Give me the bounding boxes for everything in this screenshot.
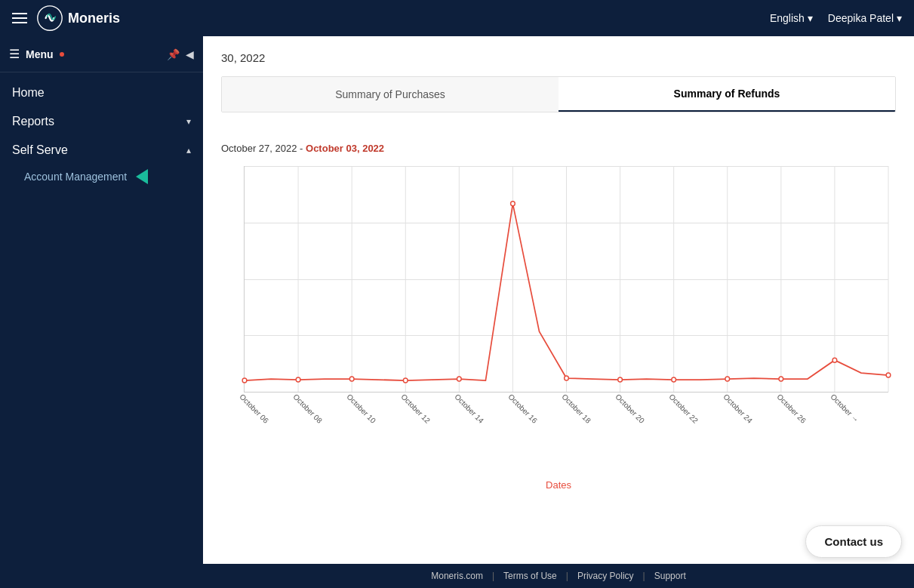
svg-point-24 <box>832 358 837 362</box>
x-label-oct10: October 10 <box>345 393 377 425</box>
svg-point-25 <box>886 373 891 377</box>
svg-point-19 <box>565 376 569 380</box>
contact-us-button[interactable]: Contact us <box>805 525 902 558</box>
svg-point-14 <box>296 377 300 382</box>
svg-point-17 <box>457 377 461 381</box>
x-label-oct08: October 08 <box>291 393 324 425</box>
sidebar-item-self-serve[interactable]: Self Serve ▴ <box>0 136 203 165</box>
brand-name: Moneris <box>68 11 120 26</box>
x-axis-labels: October 06 October 08 October 10 October… <box>244 393 888 442</box>
content-inner: 30, 2022 Summary of Purchases Summary of… <box>203 36 914 588</box>
chart-date-range: October 27, 2022 - October 03, 2022 <box>221 143 896 154</box>
svg-point-16 <box>403 378 408 383</box>
brand-logo: Moneris <box>36 5 120 32</box>
hamburger-icon: ☰ <box>9 47 20 61</box>
x-axis-title: Dates <box>221 479 896 491</box>
svg-point-21 <box>672 377 676 382</box>
reports-chevron: ▾ <box>186 116 191 127</box>
tab-refunds[interactable]: Summary of Refunds <box>559 77 895 112</box>
self-serve-chevron: ▴ <box>186 145 191 155</box>
footer-link-terms[interactable]: Terms of Use <box>503 571 557 581</box>
x-label-oct22: October 22 <box>667 393 700 425</box>
user-menu[interactable]: Deepika Patel ▾ <box>828 12 902 24</box>
sidebar-nav: Home Reports ▾ Self Serve ▴ Account Mana… <box>0 72 203 195</box>
x-label-oct18: October 18 <box>560 393 592 425</box>
summary-tabs: Summary of Purchases Summary of Refunds <box>221 76 896 112</box>
selected-arrow-icon <box>136 169 148 184</box>
sidebar-header: ☰ Menu 📌 ◀ <box>0 36 203 72</box>
sidebar: ☰ Menu 📌 ◀ Home Reports ▾ Self Serve ▴ A… <box>0 36 203 588</box>
collapse-icon[interactable]: ◀ <box>186 48 194 60</box>
date-header: 30, 2022 <box>221 51 896 64</box>
main-content: 30, 2022 Summary of Purchases Summary of… <box>203 36 914 588</box>
topbar-right: English ▾ Deepika Patel ▾ <box>770 12 902 24</box>
hamburger-menu[interactable] <box>12 13 27 23</box>
sidebar-controls: 📌 ◀ <box>167 48 194 60</box>
sidebar-item-account-management[interactable]: Account Management <box>0 165 203 189</box>
sidebar-item-reports[interactable]: Reports ▾ <box>0 107 203 136</box>
footer-link-moneris[interactable]: Moneris.com <box>431 571 483 581</box>
topbar-left: Moneris <box>12 5 120 32</box>
x-label-oct06: October 06 <box>238 393 270 425</box>
x-label-oct14: October 14 <box>453 393 485 425</box>
chart-section: October 27, 2022 - October 03, 2022 <box>221 131 896 503</box>
sidebar-header-left: ☰ Menu <box>9 47 64 61</box>
language-selector[interactable]: English ▾ <box>770 12 813 24</box>
svg-point-20 <box>618 377 623 382</box>
svg-point-23 <box>779 377 783 381</box>
sidebar-item-home[interactable]: Home <box>0 79 203 107</box>
tab-purchases[interactable]: Summary of Purchases <box>222 77 559 112</box>
x-label-oct12: October 12 <box>399 393 432 425</box>
menu-label: Menu <box>26 48 54 60</box>
x-label-oct24: October 24 <box>722 393 754 425</box>
x-label-oct16: October 16 <box>506 393 539 425</box>
pin-icon[interactable]: 📌 <box>167 48 180 60</box>
footer-link-privacy[interactable]: Privacy Policy <box>577 571 634 581</box>
footer-link-support[interactable]: Support <box>654 571 686 581</box>
x-label-oct20: October 20 <box>614 393 646 425</box>
footer: Moneris.com | Terms of Use | Privacy Pol… <box>203 564 914 588</box>
moneris-logo-icon <box>36 5 63 32</box>
svg-point-22 <box>725 377 730 381</box>
x-label-oct-next: October → <box>829 393 860 424</box>
topbar: Moneris English ▾ Deepika Patel ▾ <box>0 0 914 36</box>
svg-point-13 <box>242 378 247 383</box>
chart-area <box>244 166 888 393</box>
svg-point-18 <box>511 202 515 206</box>
menu-indicator-dot <box>60 52 64 57</box>
line-chart-svg <box>245 166 888 392</box>
svg-point-15 <box>349 377 354 381</box>
x-label-oct26: October 26 <box>775 393 808 425</box>
